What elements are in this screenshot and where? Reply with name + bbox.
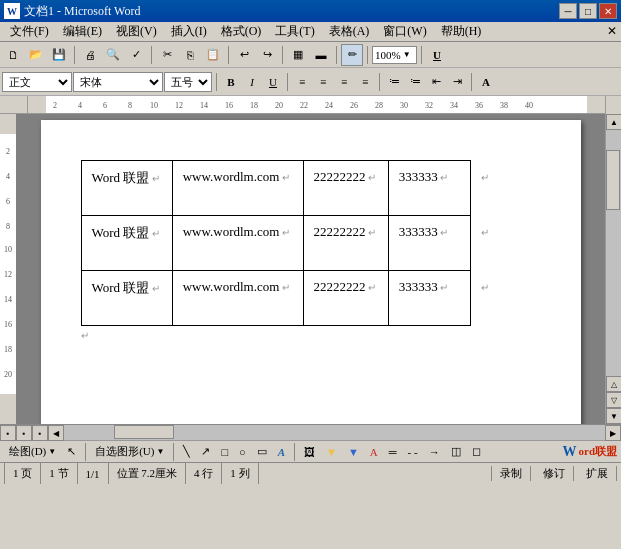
menu-view[interactable]: 视图(V) [110,22,163,41]
style-select[interactable]: 正文 [2,72,72,92]
font-select[interactable]: 宋体 [73,72,163,92]
scroll-up-button[interactable]: ▲ [606,114,621,130]
numbering-button[interactable]: ≔ [384,72,404,92]
cell-row2-col1[interactable]: Word 联盟 ↵ [81,216,172,271]
layout-view-button[interactable]: ▪ [32,425,48,441]
cell-row3-col1[interactable]: Word 联盟 ↵ [81,271,172,326]
fmt-separator-3 [379,73,380,91]
print-button[interactable]: 🖨 [79,44,101,66]
cell-row1-col4[interactable]: 333333 ↵ [388,161,470,216]
svg-text:12: 12 [175,101,183,110]
bold-button[interactable]: B [221,72,241,92]
svg-text:32: 32 [425,101,433,110]
menu-help[interactable]: 帮助(H) [435,22,488,41]
save-button[interactable]: 💾 [48,44,70,66]
wordart-tool[interactable]: A [273,443,290,461]
scroll-right-button[interactable]: ▶ [605,425,621,441]
h-scroll-thumb[interactable] [114,425,174,439]
cell-row1-col2[interactable]: www.wordlm.com ↵ [172,161,303,216]
scroll-left-button[interactable]: ◀ [48,425,64,441]
oval-tool[interactable]: ○ [234,443,251,461]
indent-decrease-button[interactable]: ⇤ [426,72,446,92]
drawing-toggle[interactable]: ✏ [341,44,363,66]
draw-button[interactable]: 绘图(D) ▼ [4,443,61,461]
draw-dropdown-icon[interactable]: ▼ [48,447,56,456]
copy-button[interactable]: ⎘ [179,44,201,66]
open-button[interactable]: 📂 [25,44,47,66]
zoom-dropdown-icon[interactable]: ▼ [403,50,411,59]
cell-row1-marker: ↵ [470,161,550,216]
arrow-tool[interactable]: ↗ [196,443,215,461]
align-center-button[interactable]: ≡ [313,72,333,92]
scroll-split-down[interactable]: ▽ [606,392,621,408]
menu-file[interactable]: 文件(F) [4,22,55,41]
rect-tool[interactable]: □ [216,443,233,461]
document-area[interactable]: Word 联盟 ↵ www.wordlm.com ↵ 22222222 ↵ 33… [16,114,605,424]
new-button[interactable]: 🗋 [2,44,24,66]
font-color-btn2[interactable]: A [365,443,383,461]
fill-color-btn[interactable]: ▼ [321,443,342,461]
status-record: 录制 [491,466,531,481]
vertical-scrollbar[interactable]: ▲ △ ▽ ▼ [605,114,621,424]
svg-text:24: 24 [325,101,333,110]
cell-row2-col2[interactable]: www.wordlm.com ↵ [172,216,303,271]
cell-row1-col3[interactable]: 22222222 ↵ [303,161,388,216]
underline-toggle[interactable]: U [426,44,448,66]
autoshape-button[interactable]: 自选图形(U) ▼ [90,443,169,461]
menu-window[interactable]: 窗口(W) [377,22,432,41]
arrow-style-btn[interactable]: → [424,443,445,461]
cell-row2-col3[interactable]: 22222222 ↵ [303,216,388,271]
line-style-btn[interactable]: ═ [384,443,402,461]
outline-view-button[interactable]: ▪ [16,425,32,441]
scroll-thumb[interactable] [606,150,620,210]
spell-button[interactable]: ✓ [125,44,147,66]
table-row: Word 联盟 ↵ www.wordlm.com ↵ 22222222 ↵ 33… [81,216,550,271]
cell-row1-col1[interactable]: Word 联盟 ↵ [81,161,172,216]
textbox-tool[interactable]: ▭ [252,443,272,461]
cut-button[interactable]: ✂ [156,44,178,66]
font-color-button[interactable]: A [476,72,496,92]
table-button[interactable]: ▦ [287,44,309,66]
menu-edit[interactable]: 编辑(E) [57,22,108,41]
clipart-tool[interactable]: 🖼 [299,443,320,461]
menu-close-btn[interactable]: ✕ [607,24,617,39]
svg-text:14: 14 [200,101,208,110]
line-color-btn[interactable]: ▼ [343,443,364,461]
ruler-area: 2 4 6 8 10 12 14 16 18 20 22 24 26 28 30… [0,96,621,114]
close-button[interactable]: ✕ [599,3,617,19]
cell-row2-col4[interactable]: 333333 ↵ [388,216,470,271]
print-preview-button[interactable]: 🔍 [102,44,124,66]
cell-row3-col4[interactable]: 333333 ↵ [388,271,470,326]
line-tool[interactable]: ╲ [178,443,195,461]
menu-table[interactable]: 表格(A) [323,22,376,41]
zoom-select[interactable]: 100% ▼ [372,46,417,64]
justify-button[interactable]: ≡ [355,72,375,92]
normal-view-button[interactable]: ▪ [0,425,16,441]
maximize-button[interactable]: □ [579,3,597,19]
dash-style-btn[interactable]: - - [403,443,423,461]
indent-increase-button[interactable]: ⇥ [447,72,467,92]
underline-button[interactable]: U [263,72,283,92]
undo-button[interactable]: ↩ [233,44,255,66]
paste-button[interactable]: 📋 [202,44,224,66]
redo-button[interactable]: ↪ [256,44,278,66]
bullets-button[interactable]: ≔ [405,72,425,92]
cell-row2-marker: ↵ [470,216,550,271]
cell-row3-col3[interactable]: 22222222 ↵ [303,271,388,326]
scroll-down-button[interactable]: ▼ [606,408,621,424]
menu-format[interactable]: 格式(O) [215,22,268,41]
align-right-button[interactable]: ≡ [334,72,354,92]
select-button[interactable]: ↖ [62,443,81,461]
autoshape-dropdown-icon[interactable]: ▼ [156,447,164,456]
minimize-button[interactable]: ─ [559,3,577,19]
cell-row3-col2[interactable]: www.wordlm.com ↵ [172,271,303,326]
align-left-button[interactable]: ≡ [292,72,312,92]
size-select[interactable]: 五号 [164,72,212,92]
italic-button[interactable]: I [242,72,262,92]
scroll-split-up[interactable]: △ [606,376,621,392]
shadow-btn[interactable]: ◫ [446,443,466,461]
3d-btn[interactable]: ◻ [467,443,486,461]
menu-tools[interactable]: 工具(T) [269,22,320,41]
columns-button[interactable]: ▬ [310,44,332,66]
menu-insert[interactable]: 插入(I) [165,22,213,41]
